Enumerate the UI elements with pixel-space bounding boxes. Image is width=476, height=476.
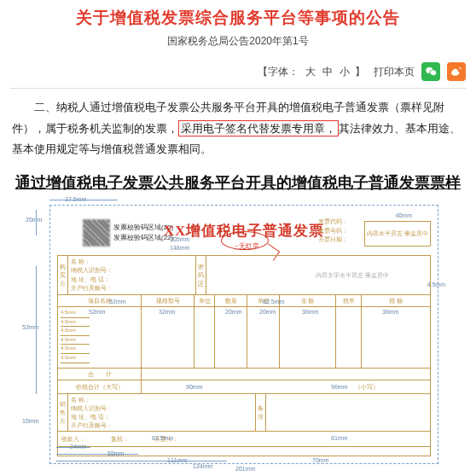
- seller-f2: 纳税人识别号：: [71, 404, 253, 413]
- buyer-head: 购买方: [58, 256, 68, 294]
- row-buyer: 购买方 名 称： 纳税人识别号： 地 址、电 话： 开户行及账号： 密码区 内容…: [58, 256, 430, 295]
- dim-left-1: 20mm: [26, 217, 42, 223]
- row-footer: 收款人： 复核： 开票人：: [58, 432, 430, 447]
- col-4: 数量: [215, 295, 247, 306]
- dim-sum-b: 96mm: [331, 384, 347, 390]
- wechat-share-button[interactable]: [421, 62, 440, 81]
- line-stubs: 4.5mm 4.5mm 4.5mm 4.5mm 4.5mm 4.5mm: [61, 309, 90, 363]
- invoice-diagram: 37.5mm 20mm 52mm 10mm 发票校验码区域(22) 发票校验码区…: [22, 196, 454, 469]
- font-label-end: 】: [355, 65, 365, 79]
- oval-note: →无红章: [232, 241, 259, 251]
- footer-f2: 复核：: [111, 435, 129, 444]
- dim-f-4: 124mm: [193, 463, 212, 469]
- line-col-8: [362, 307, 430, 368]
- stub-6: 4.5mm: [61, 354, 90, 363]
- dim-seller: 82.5mm: [152, 435, 173, 441]
- font-size-small[interactable]: 小: [338, 65, 351, 79]
- weibo-share-button[interactable]: [447, 62, 466, 81]
- divider: [10, 88, 466, 89]
- line-col-1: 4.5mm 4.5mm 4.5mm 4.5mm 4.5mm 4.5mm: [58, 307, 142, 368]
- buyer-f3: 地 址、电 话：: [71, 276, 193, 284]
- font-size-large[interactable]: 大: [304, 65, 317, 79]
- seller-head: 销售方: [58, 394, 68, 431]
- sum-label: 合 计: [58, 369, 142, 380]
- dim-f-3: 111mm: [167, 457, 187, 463]
- col-2: 规格型号: [142, 295, 194, 306]
- dim-bottom-1: 70mm: [312, 457, 328, 463]
- seller-f4: 开户行及账号：: [71, 421, 253, 430]
- line-col-2: [142, 307, 194, 368]
- row-seller: 销售方 名 称： 纳税人识别号： 地 址、电 话： 开户行及账号： 备注: [58, 394, 430, 432]
- dim-under-1: 105mm: [170, 236, 189, 242]
- invoice-body: 购买方 名 称： 纳税人识别号： 地 址、电 话： 开户行及账号： 密码区 内容…: [57, 255, 431, 456]
- remark-area: [266, 394, 430, 431]
- measure-line: [36, 210, 37, 235]
- seller-fields: 名 称： 纳税人识别号： 地 址、电 话： 开户行及账号：: [68, 394, 256, 431]
- buyer-fields: 名 称： 纳税人识别号： 地 址、电 话： 开户行及账号：: [68, 256, 196, 294]
- stub-4: 4.5mm: [61, 336, 90, 345]
- font-size-medium[interactable]: 中: [321, 65, 334, 79]
- pwd-head: 密码区: [196, 256, 206, 294]
- toolbar: 【字体： 大 中 小 】 打印本页: [0, 59, 476, 88]
- line-col-5: [247, 307, 280, 368]
- measure-line: [56, 461, 227, 461]
- dim-seller2: 81mm: [331, 435, 347, 441]
- stub-5: 4.5mm: [61, 345, 90, 354]
- line-col-6: [280, 307, 336, 368]
- col-8: 税 额: [362, 295, 430, 306]
- paragraph: 二、纳税人通过增值税电子发票公共服务平台开具的增值税电子普通发票（票样见附件），…: [0, 97, 476, 167]
- stub-1: 4.5mm: [61, 309, 90, 318]
- remark-head: 备注: [256, 394, 266, 431]
- stub-3: 4.5mm: [61, 327, 90, 336]
- footer-f1: 收款人：: [61, 435, 85, 444]
- font-label: 【字体：: [258, 65, 299, 79]
- buyer-f2: 纳税人识别号：: [71, 266, 193, 275]
- seller-f3: 地 址、电 话：: [71, 413, 253, 421]
- dim-metabox: 40mm: [396, 212, 412, 218]
- pwd-note: 内容文字水平居左 垂直居中: [243, 271, 461, 280]
- sum-blank: [142, 369, 430, 380]
- total-big-label: 价税合计（大写）: [58, 380, 142, 393]
- col-7: 税率: [336, 295, 362, 306]
- invoice-meta-labels: 发票代码： 发票号码： 开票日期：: [318, 218, 361, 245]
- dim-pwd: 82.5mm: [263, 299, 284, 305]
- line-col-3: [194, 307, 215, 368]
- row-total: 价税合计（大写） （小写）: [58, 380, 430, 394]
- weibo-icon: [450, 66, 462, 78]
- total-small-label: （小写）: [142, 380, 430, 393]
- para-highlight: 采用电子签名代替发票专用章，: [178, 120, 339, 136]
- meta-box: 内容水平居左 垂直居中: [364, 221, 431, 247]
- measure-line: [56, 454, 138, 455]
- col-6: 金 额: [280, 295, 336, 306]
- wechat-icon: [425, 66, 437, 78]
- dim-left-side: 10mm: [22, 418, 38, 424]
- buyer-f1: 名 称：: [71, 258, 193, 266]
- measure-line: [36, 266, 37, 394]
- dim-sum-a: 90mm: [186, 384, 202, 390]
- meta-date: 开票日期：: [318, 235, 361, 245]
- page-title: 关于增值税发票综合服务平台等事项的公告: [0, 0, 476, 34]
- pwd-area: 内容文字水平居左 垂直居中: [206, 256, 430, 294]
- measure-line: [49, 200, 118, 200]
- line-col-7: [336, 307, 362, 368]
- col-3: 单位: [194, 295, 215, 306]
- print-button[interactable]: 打印本页: [374, 65, 415, 79]
- dim-bottom-2: 201mm: [235, 466, 255, 472]
- line-col-4: [215, 307, 247, 368]
- buyer-f4: 开户行及账号：: [71, 284, 193, 293]
- dim-f-1: 24mm: [70, 444, 86, 450]
- meta-number: 发票号码：: [318, 227, 361, 236]
- row-lines: 4.5mm 4.5mm 4.5mm 4.5mm 4.5mm 4.5mm: [58, 307, 430, 369]
- row-sum: 合 计: [58, 369, 430, 380]
- meta-code: 发票代码：: [318, 218, 361, 227]
- col-1: 项目名称: [58, 295, 142, 306]
- dim-f-2: 55mm: [107, 450, 124, 456]
- seller-f1: 名 称：: [71, 396, 253, 404]
- dim-buyer: 52mm: [109, 299, 125, 305]
- invoice-outer-frame: 发票校验码区域(22) 发票校验码区域(22) XX增值税电子普通发票 →无红章…: [49, 205, 438, 464]
- dim-right-gap: 4.5mm: [427, 282, 445, 287]
- stub-2: 4.5mm: [61, 318, 90, 328]
- dim-under-2: 148mm: [170, 245, 189, 251]
- page-subtitle: 国家税务总局公告2020年第1号: [0, 34, 476, 49]
